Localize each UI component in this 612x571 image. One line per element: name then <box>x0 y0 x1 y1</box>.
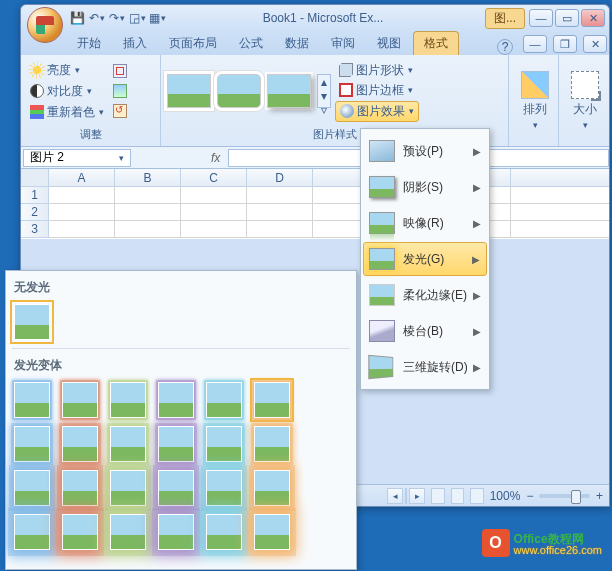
worksheet-grid[interactable]: A B C D G 1 2 3 <box>21 169 609 239</box>
tab-home[interactable]: 开始 <box>67 32 111 55</box>
tab-data[interactable]: 数据 <box>275 32 319 55</box>
effects-preset-item[interactable]: 预设(P)▶ <box>363 134 487 168</box>
glow-variant-option[interactable] <box>206 514 242 550</box>
picture-style-1[interactable] <box>167 74 211 108</box>
effects-shadow-item[interactable]: 阴影(S)▶ <box>363 170 487 204</box>
contrast-button[interactable]: 对比度▾ <box>27 82 107 101</box>
glow-variant-option[interactable] <box>206 382 242 418</box>
glow-variant-option[interactable] <box>62 382 98 418</box>
tab-page-layout[interactable]: 页面布局 <box>159 32 227 55</box>
glow-variant-option[interactable] <box>110 514 146 550</box>
reflection-icon <box>369 212 395 234</box>
picture-styles-more-button[interactable]: ▴▾▿ <box>317 74 331 108</box>
glow-variant-option[interactable] <box>14 470 50 506</box>
picture-shape-button[interactable]: 图片形状▾ <box>335 61 419 80</box>
glow-variant-option[interactable] <box>158 426 194 462</box>
glow-variant-option[interactable] <box>254 426 290 462</box>
zoom-slider[interactable] <box>539 494 590 498</box>
row-header-1[interactable]: 1 <box>21 187 49 204</box>
tab-review[interactable]: 审阅 <box>321 32 365 55</box>
effects-3drotation-item[interactable]: 三维旋转(D)▶ <box>363 350 487 384</box>
submenu-arrow-icon: ▶ <box>473 182 481 193</box>
col-header-B[interactable]: B <box>115 169 181 186</box>
tab-format[interactable]: 格式 <box>413 31 459 55</box>
row-header-3[interactable]: 3 <box>21 221 49 238</box>
view-pagebreak-button[interactable] <box>470 488 484 504</box>
recolor-icon <box>30 105 44 119</box>
glow-variant-option[interactable] <box>62 514 98 550</box>
no-glow-heading: 无发光 <box>12 275 350 300</box>
col-header-A[interactable]: A <box>49 169 115 186</box>
size-button[interactable]: 大小▾ <box>565 69 605 132</box>
effects-softedge-item[interactable]: 柔化边缘(E)▶ <box>363 278 487 312</box>
name-box[interactable]: 图片 2▾ <box>23 149 131 167</box>
glow-variant-option[interactable] <box>206 470 242 506</box>
glow-variant-option[interactable] <box>14 426 50 462</box>
col-header-D[interactable]: D <box>247 169 313 186</box>
zoom-percent[interactable]: 100% <box>490 489 521 503</box>
glow-none-option[interactable] <box>14 304 50 340</box>
change-picture-button[interactable] <box>111 82 129 100</box>
glow-variant-option[interactable] <box>62 470 98 506</box>
tab-formulas[interactable]: 公式 <box>229 32 273 55</box>
workbook-restore-button[interactable]: ❐ <box>553 35 577 53</box>
brightness-button[interactable]: 亮度▾ <box>27 61 107 80</box>
hscroll-left-button[interactable]: ◂ <box>387 488 403 504</box>
tab-view[interactable]: 视图 <box>367 32 411 55</box>
arrange-button[interactable]: 排列▾ <box>515 69 555 132</box>
effects-bevel-item[interactable]: 棱台(B)▶ <box>363 314 487 348</box>
glow-variant-option[interactable] <box>158 382 194 418</box>
glow-variant-option[interactable] <box>14 382 50 418</box>
compress-pictures-button[interactable] <box>111 62 129 80</box>
effects-glow-item[interactable]: 发光(G)▶ <box>363 242 487 276</box>
watermark-url: www.office26.com <box>514 545 602 556</box>
picture-style-3[interactable] <box>267 74 311 108</box>
save-icon[interactable]: 💾 <box>69 10 85 26</box>
reset-picture-button[interactable] <box>111 102 129 120</box>
minimize-button[interactable]: — <box>529 9 553 27</box>
picture-border-button[interactable]: 图片边框▾ <box>335 81 419 100</box>
glow-variant-option[interactable] <box>110 470 146 506</box>
view-normal-button[interactable] <box>431 488 445 504</box>
watermark-logo-icon: O <box>482 529 510 557</box>
row-header-2[interactable]: 2 <box>21 204 49 221</box>
brightness-icon <box>30 63 44 77</box>
hscroll-right-button[interactable]: ▸ <box>409 488 425 504</box>
glow-variant-option[interactable] <box>110 382 146 418</box>
contextual-tab-label[interactable]: 图... <box>485 8 525 29</box>
glow-variant-option[interactable] <box>206 426 242 462</box>
qat-more-icon[interactable]: ▦▾ <box>149 10 165 26</box>
glow-variant-option[interactable] <box>254 514 290 550</box>
qat-custom-icon[interactable]: ◲▾ <box>129 10 145 26</box>
zoom-out-button[interactable]: − <box>526 489 533 503</box>
maximize-button[interactable]: ▭ <box>555 9 579 27</box>
picture-style-2[interactable] <box>217 74 261 108</box>
hscroll-track[interactable] <box>405 488 407 504</box>
glow-variant-option[interactable] <box>14 514 50 550</box>
select-all-corner[interactable] <box>21 169 49 186</box>
picture-effects-button[interactable]: 图片效果▾ <box>335 101 419 122</box>
glow-variant-option[interactable] <box>254 470 290 506</box>
view-layout-button[interactable] <box>451 488 465 504</box>
glow-variant-option[interactable] <box>62 426 98 462</box>
glow-variant-option[interactable] <box>254 382 290 418</box>
workbook-close-button[interactable]: ✕ <box>583 35 607 53</box>
help-icon[interactable]: ? <box>497 39 513 55</box>
group-adjust-label: 调整 <box>27 125 154 144</box>
glow-variant-option[interactable] <box>158 470 194 506</box>
effects-reflection-item[interactable]: 映像(R)▶ <box>363 206 487 240</box>
redo-icon[interactable]: ↷▾ <box>109 10 125 26</box>
close-button[interactable]: ✕ <box>581 9 605 27</box>
fx-icon[interactable]: fx <box>203 151 228 165</box>
tab-insert[interactable]: 插入 <box>113 32 157 55</box>
glow-variant-option[interactable] <box>110 426 146 462</box>
zoom-in-button[interactable]: + <box>596 489 603 503</box>
glow-variant-option[interactable] <box>158 514 194 550</box>
workbook-minimize-button[interactable]: — <box>523 35 547 53</box>
recolor-button[interactable]: 重新着色▾ <box>27 103 107 122</box>
watermark: O Office教程网 www.office26.com <box>482 529 602 557</box>
preset-icon <box>369 140 395 162</box>
office-button[interactable] <box>27 7 63 43</box>
undo-icon[interactable]: ↶▾ <box>89 10 105 26</box>
col-header-C[interactable]: C <box>181 169 247 186</box>
